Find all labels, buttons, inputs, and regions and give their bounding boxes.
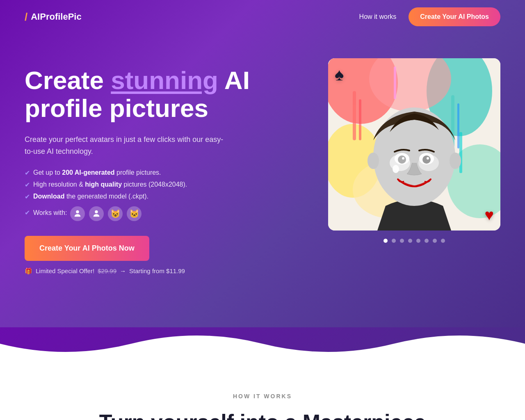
carousel-dots bbox=[383, 239, 445, 243]
section-title: Turn yourself into a Masterpiece bbox=[25, 409, 500, 420]
hero-text: Create stunning AI profile pictures Crea… bbox=[25, 58, 262, 275]
hero-content: Create stunning AI profile pictures Crea… bbox=[0, 34, 525, 291]
carousel-dot-3[interactable] bbox=[400, 239, 404, 243]
svg-point-1 bbox=[95, 210, 98, 213]
platform-icon-2 bbox=[89, 206, 104, 221]
hero-title-highlight: stunning bbox=[111, 66, 218, 94]
hero-title-part1: Create bbox=[25, 66, 111, 94]
portrait-svg bbox=[328, 58, 500, 231]
hero-image-container: ♠ ♥ bbox=[328, 58, 500, 231]
hero-image-area: ♠ ♥ bbox=[328, 58, 500, 243]
hero-title: Create stunning AI profile pictures bbox=[25, 66, 262, 122]
svg-point-26 bbox=[368, 153, 379, 169]
feature-bold-1: 200 AI-generated bbox=[62, 169, 114, 176]
platform-icon-3: 😺 bbox=[108, 206, 123, 221]
feature-text-1: Get up to 200 AI-generated profile pictu… bbox=[33, 169, 161, 176]
wave-divider bbox=[0, 327, 525, 360]
check-icon-4: ✔ bbox=[25, 209, 30, 217]
spade-icon: ♠ bbox=[335, 65, 344, 84]
check-icon-1: ✔ bbox=[25, 169, 30, 177]
carousel-dot-8[interactable] bbox=[441, 239, 445, 243]
person-icon-2 bbox=[92, 209, 101, 218]
offer-text: 🎁 Limited Special Offer! $29.99 → Starti… bbox=[25, 267, 262, 275]
feature-list: ✔ Get up to 200 AI-generated profile pic… bbox=[25, 169, 262, 221]
carousel-dot-4[interactable] bbox=[408, 239, 412, 243]
hero-cta-button[interactable]: Create Your AI Photos Now bbox=[25, 236, 149, 261]
svg-point-27 bbox=[450, 153, 461, 169]
feature-text-2: High resolution & high quality pictures … bbox=[33, 181, 187, 188]
feature-text-4: Works with: bbox=[33, 209, 67, 217]
svg-rect-13 bbox=[459, 132, 462, 173]
nav-links: How it works Create Your AI Photos bbox=[359, 7, 500, 26]
logo-text: AIProfilePic bbox=[31, 11, 81, 22]
feature-item-2: ✔ High resolution & high quality picture… bbox=[25, 181, 262, 189]
svg-point-0 bbox=[76, 210, 79, 213]
gift-icon: 🎁 bbox=[25, 267, 32, 275]
platform-icon-1 bbox=[70, 206, 85, 221]
svg-point-24 bbox=[418, 155, 439, 171]
platform-icon-4: 🐱 bbox=[127, 206, 142, 221]
price-old: $29.99 bbox=[98, 267, 116, 274]
cta-section: Create Your AI Photos Now 🎁 Limited Spec… bbox=[25, 236, 262, 275]
feature-bold-3: Download bbox=[33, 193, 64, 200]
cat-icon-2: 🐱 bbox=[129, 209, 139, 219]
carousel-dot-5[interactable] bbox=[416, 239, 420, 243]
svg-rect-12 bbox=[457, 103, 459, 148]
heart-icon: ♥ bbox=[484, 206, 494, 224]
carousel-dot-6[interactable] bbox=[425, 239, 429, 243]
feature-text-3: Download the generated model (.ckpt). bbox=[33, 193, 148, 200]
nav-cta-button[interactable]: Create Your AI Photos bbox=[409, 7, 500, 26]
carousel-dot-2[interactable] bbox=[392, 239, 396, 243]
check-icon-3: ✔ bbox=[25, 193, 30, 201]
platforms-row: 😺 🐱 bbox=[70, 206, 142, 221]
svg-rect-10 bbox=[359, 99, 361, 140]
svg-rect-14 bbox=[394, 66, 396, 99]
feature-item-4: ✔ Works with: 😺 🐱 bbox=[25, 205, 262, 221]
feature-item-1: ✔ Get up to 200 AI-generated profile pic… bbox=[25, 169, 262, 177]
how-it-works-link[interactable]: How it works bbox=[359, 13, 397, 21]
check-icon-2: ✔ bbox=[25, 181, 30, 189]
price-arrow: → bbox=[120, 267, 126, 274]
how-it-works-section: HOW IT WORKS Turn yourself into a Master… bbox=[0, 360, 525, 420]
carousel-dot-7[interactable] bbox=[433, 239, 437, 243]
carousel-dot-1[interactable] bbox=[383, 239, 388, 243]
hero-subtitle: Create your perfect avatars in just a fe… bbox=[25, 134, 230, 158]
price-new: Starting from $11.99 bbox=[129, 267, 185, 274]
wave-svg bbox=[0, 327, 525, 360]
feature-bold-2: high quality bbox=[85, 181, 122, 188]
hero-section: / AIProfilePic How it works Create Your … bbox=[0, 0, 525, 328]
logo-slash: / bbox=[25, 11, 27, 23]
person-icon-1 bbox=[73, 209, 82, 218]
section-label: HOW IT WORKS bbox=[25, 393, 500, 399]
svg-rect-9 bbox=[353, 91, 356, 140]
navbar: / AIProfilePic How it works Create Your … bbox=[0, 0, 525, 34]
svg-point-25 bbox=[393, 165, 399, 173]
cat-icon-1: 😺 bbox=[110, 209, 121, 219]
svg-point-16 bbox=[373, 107, 455, 206]
feature-item-3: ✔ Download the generated model (.ckpt). bbox=[25, 193, 262, 201]
logo-link[interactable]: / AIProfilePic bbox=[25, 11, 82, 23]
offer-label: Limited Special Offer! bbox=[36, 267, 94, 274]
